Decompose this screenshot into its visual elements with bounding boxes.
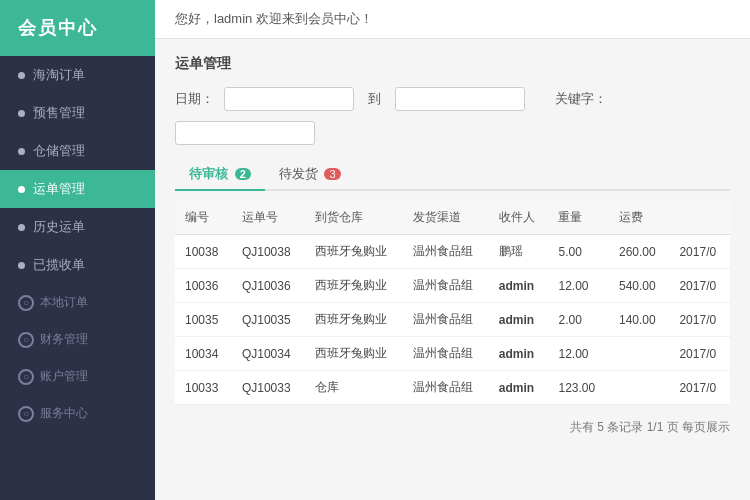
main-content: 您好，ladmin 欢迎来到会员中心！ 运单管理 日期： 到 关键字： 待审核 …: [155, 0, 750, 500]
cell-id: 10035: [175, 303, 232, 337]
tab-pending-badge: 2: [235, 168, 251, 180]
date-to-input[interactable]: [395, 87, 525, 111]
cell-freight: 140.00: [609, 303, 669, 337]
col-header-id: 编号: [175, 201, 232, 235]
cell-weight: 12.00: [548, 337, 608, 371]
sidebar-group-fuwu[interactable]: ○ 服务中心: [0, 395, 155, 432]
dot-icon: [18, 224, 25, 231]
sidebar-item-label: 已揽收单: [33, 256, 85, 274]
cell-warehouse: 仓库: [305, 371, 403, 405]
sidebar-item-label: 仓储管理: [33, 142, 85, 160]
cell-receiver: admin: [489, 337, 549, 371]
sidebar-group-bendi[interactable]: ○ 本地订单: [0, 284, 155, 321]
data-table: 编号 运单号 到货仓库 发货渠道 收件人 重量 运费 10038 QJ10038…: [175, 201, 730, 405]
tab-pending-label: 待审核: [189, 166, 228, 181]
tab-sending-badge: 3: [324, 168, 340, 180]
cell-receiver: admin: [489, 303, 549, 337]
sidebar-item-label: 历史运单: [33, 218, 85, 236]
tab-sending-label: 待发货: [279, 166, 318, 181]
cell-date: 2017/0: [669, 269, 730, 303]
col-header-warehouse: 到货仓库: [305, 201, 403, 235]
table-row[interactable]: 10033 QJ10033 仓库 温州食品组 admin 123.00 2017…: [175, 371, 730, 405]
cell-weight: 12.00: [548, 269, 608, 303]
sidebar-item-cangku[interactable]: 仓储管理: [0, 132, 155, 170]
cell-weight: 123.00: [548, 371, 608, 405]
sidebar-group-label-text: 账户管理: [40, 368, 88, 385]
tab-sending[interactable]: 待发货 3: [265, 159, 355, 191]
table-row[interactable]: 10035 QJ10035 西班牙兔购业 温州食品组 admin 2.00 14…: [175, 303, 730, 337]
cell-weight: 5.00: [548, 235, 608, 269]
date-to-label: 到: [364, 90, 385, 108]
cell-waybill: QJ10034: [232, 337, 305, 371]
cell-id: 10034: [175, 337, 232, 371]
table-row[interactable]: 10038 QJ10038 西班牙兔购业 温州食品组 鹏瑶 5.00 260.0…: [175, 235, 730, 269]
circle-icon: ○: [18, 295, 34, 311]
cell-receiver: admin: [489, 269, 549, 303]
table-header-row: 编号 运单号 到货仓库 发货渠道 收件人 重量 运费: [175, 201, 730, 235]
cell-waybill: QJ10033: [232, 371, 305, 405]
col-header-weight: 重量: [548, 201, 608, 235]
col-header-channel: 发货渠道: [403, 201, 488, 235]
cell-freight: 260.00: [609, 235, 669, 269]
content-area: 运单管理 日期： 到 关键字： 待审核 2 待发货 3 编号: [155, 39, 750, 500]
cell-weight: 2.00: [548, 303, 608, 337]
cell-receiver: admin: [489, 371, 549, 405]
cell-id: 10038: [175, 235, 232, 269]
sidebar-item-label: 预售管理: [33, 104, 85, 122]
dot-icon: [18, 72, 25, 79]
cell-date: 2017/0: [669, 303, 730, 337]
pagination: 共有 5 条记录 1/1 页 每页展示: [175, 419, 730, 436]
sidebar-menu: 海淘订单 预售管理 仓储管理 运单管理 历史运单 已揽收单 ○ 本地订单 ○ 财: [0, 56, 155, 500]
keyword-label: 关键字：: [555, 90, 607, 108]
cell-id: 10033: [175, 371, 232, 405]
table-row[interactable]: 10036 QJ10036 西班牙兔购业 温州食品组 admin 12.00 5…: [175, 269, 730, 303]
cell-channel: 温州食品组: [403, 235, 488, 269]
cell-channel: 温州食品组: [403, 303, 488, 337]
dot-icon: [18, 186, 25, 193]
circle-icon: ○: [18, 369, 34, 385]
topbar-greeting: 您好，ladmin 欢迎来到会员中心！: [175, 11, 373, 26]
dot-icon: [18, 262, 25, 269]
sidebar-group-label-text: 服务中心: [40, 405, 88, 422]
col-header-date: [669, 201, 730, 235]
cell-date: 2017/0: [669, 235, 730, 269]
cell-receiver: 鹏瑶: [489, 235, 549, 269]
keyword-input[interactable]: [175, 121, 315, 145]
sidebar-group-zhanghu[interactable]: ○ 账户管理: [0, 358, 155, 395]
sidebar-item-lishi[interactable]: 历史运单: [0, 208, 155, 246]
sidebar: 会员中心 海淘订单 预售管理 仓储管理 运单管理 历史运单 已揽收单 ○ 本地订: [0, 0, 155, 500]
sidebar-item-haiwai-order[interactable]: 海淘订单: [0, 56, 155, 94]
cell-channel: 温州食品组: [403, 371, 488, 405]
section-title: 运单管理: [175, 55, 730, 73]
filter-bar: 日期： 到 关键字：: [175, 87, 730, 145]
cell-warehouse: 西班牙兔购业: [305, 303, 403, 337]
tab-bar: 待审核 2 待发货 3: [175, 159, 730, 191]
cell-freight: [609, 337, 669, 371]
cell-warehouse: 西班牙兔购业: [305, 337, 403, 371]
cell-freight: 540.00: [609, 269, 669, 303]
circle-icon: ○: [18, 406, 34, 422]
sidebar-item-yushou[interactable]: 预售管理: [0, 94, 155, 132]
cell-warehouse: 西班牙兔购业: [305, 235, 403, 269]
circle-icon: ○: [18, 332, 34, 348]
dot-icon: [18, 148, 25, 155]
cell-id: 10036: [175, 269, 232, 303]
cell-waybill: QJ10038: [232, 235, 305, 269]
pagination-text: 共有 5 条记录 1/1 页 每页展示: [570, 420, 730, 434]
col-header-receiver: 收件人: [489, 201, 549, 235]
date-from-input[interactable]: [224, 87, 354, 111]
cell-date: 2017/0: [669, 371, 730, 405]
sidebar-group-caiwu[interactable]: ○ 财务管理: [0, 321, 155, 358]
table-row[interactable]: 10034 QJ10034 西班牙兔购业 温州食品组 admin 12.00 2…: [175, 337, 730, 371]
sidebar-item-yundan[interactable]: 运单管理: [0, 170, 155, 208]
sidebar-item-yilan[interactable]: 已揽收单: [0, 246, 155, 284]
cell-warehouse: 西班牙兔购业: [305, 269, 403, 303]
cell-channel: 温州食品组: [403, 337, 488, 371]
tab-pending[interactable]: 待审核 2: [175, 159, 265, 191]
dot-icon: [18, 110, 25, 117]
cell-waybill: QJ10036: [232, 269, 305, 303]
topbar: 您好，ladmin 欢迎来到会员中心！: [155, 0, 750, 39]
cell-date: 2017/0: [669, 337, 730, 371]
cell-channel: 温州食品组: [403, 269, 488, 303]
sidebar-item-label: 海淘订单: [33, 66, 85, 84]
